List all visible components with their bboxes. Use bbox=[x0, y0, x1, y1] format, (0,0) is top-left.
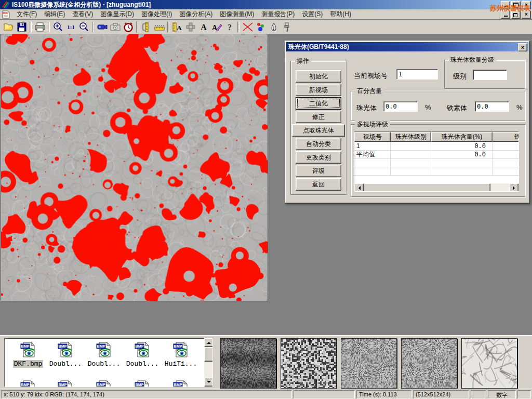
merge-grid-icon[interactable] bbox=[184, 21, 197, 33]
svg-text:?: ? bbox=[228, 23, 232, 32]
child-close-button[interactable]: × bbox=[522, 10, 531, 19]
scroll-track[interactable] bbox=[204, 362, 212, 378]
video-camera-icon[interactable] bbox=[96, 21, 109, 33]
table-header-field[interactable]: 视场号 bbox=[354, 132, 391, 142]
metallograph-image[interactable] bbox=[1, 34, 268, 301]
menu-item-help[interactable]: 帮助(H) bbox=[326, 9, 355, 20]
snapshot-camera-icon[interactable] bbox=[109, 21, 122, 33]
pick-pearlite-button[interactable]: 点取珠光体 bbox=[292, 124, 345, 137]
binarize-button[interactable]: 二值化 bbox=[296, 97, 341, 110]
table-row[interactable]: 平均值 0.0 bbox=[354, 150, 519, 159]
change-class-button[interactable]: 更改类别 bbox=[296, 151, 341, 164]
file-list-v-scrollbar[interactable] bbox=[204, 338, 212, 387]
thumbnail-4[interactable] bbox=[401, 338, 457, 389]
brush-tool-icon[interactable] bbox=[280, 21, 293, 33]
auto-classify-button[interactable]: 自动分类 bbox=[296, 138, 341, 150]
file-item[interactable]: BMP Doubl... bbox=[124, 341, 161, 368]
file-item-partial[interactable]: BMP bbox=[47, 380, 84, 387]
thumbnail-3[interactable] bbox=[341, 338, 397, 389]
particle-colors-icon[interactable] bbox=[254, 21, 267, 33]
minimize-button[interactable] bbox=[501, 1, 510, 9]
file-item[interactable]: BMP Doubl... bbox=[47, 341, 84, 368]
dialog-close-button[interactable]: × bbox=[518, 43, 527, 51]
scroll-down-arrow[interactable] bbox=[204, 378, 213, 387]
child-minimize-button[interactable] bbox=[501, 10, 510, 19]
initialize-button[interactable]: 初始化 bbox=[296, 70, 341, 83]
file-label[interactable]: HuiTi... bbox=[164, 360, 198, 368]
scroll-left-arrow[interactable] bbox=[354, 183, 364, 192]
menu-item-image-measure[interactable]: 图像测量(M) bbox=[216, 9, 258, 20]
actual-size-icon[interactable]: 1:1 bbox=[64, 21, 77, 33]
table-row[interactable]: 1 0.0 bbox=[354, 142, 519, 151]
menu-item-view[interactable]: 查看(V) bbox=[69, 9, 97, 20]
ruler-horizontal-icon[interactable] bbox=[153, 21, 166, 33]
file-item-partial[interactable]: BMP bbox=[86, 380, 122, 387]
help-icon[interactable]: ? bbox=[223, 21, 236, 33]
rate-button[interactable]: 评级 bbox=[296, 165, 341, 177]
pearlite-input[interactable] bbox=[383, 101, 418, 112]
menu-item-report[interactable]: 测量报告(P) bbox=[258, 9, 298, 20]
svg-text:BMP: BMP bbox=[174, 382, 182, 387]
scroll-thumb[interactable] bbox=[364, 183, 490, 192]
child-close-icon: × bbox=[525, 12, 528, 17]
bmp-file-icon: BMP bbox=[172, 341, 189, 358]
table-header-grade[interactable]: 珠光体级别 bbox=[391, 132, 431, 142]
table-cell-field: 1 bbox=[354, 142, 391, 150]
scroll-up-arrow[interactable] bbox=[204, 338, 213, 347]
file-label-selected[interactable]: DKF.bmp bbox=[13, 360, 44, 368]
table-header-ferrite[interactable]: 铁素体 bbox=[493, 132, 519, 142]
menu-item-edit[interactable]: 编辑(E) bbox=[41, 9, 69, 20]
rating-table[interactable]: 视场号 珠光体级别 珠光体含量(%) 铁素体 1 0.0 平均值 0.0 bbox=[354, 131, 519, 192]
zoom-out-icon[interactable] bbox=[77, 21, 90, 33]
child-restore-button[interactable] bbox=[511, 10, 521, 19]
file-item[interactable]: BMP HuiTi... bbox=[163, 341, 199, 368]
thumbnail-2[interactable] bbox=[281, 338, 337, 389]
file-label[interactable]: Doubl... bbox=[48, 360, 83, 368]
timer-clock-icon[interactable] bbox=[122, 21, 135, 33]
pen-tool-icon[interactable] bbox=[267, 21, 280, 33]
open-icon[interactable] bbox=[2, 21, 15, 33]
table-header-row: 视场号 珠光体级别 珠光体含量(%) 铁素体 bbox=[354, 132, 519, 142]
menu-item-file[interactable]: 文件(F) bbox=[13, 9, 41, 20]
scroll-track[interactable] bbox=[490, 183, 509, 191]
file-item-partial[interactable]: BMP bbox=[10, 380, 46, 387]
table-cell-ferrite bbox=[493, 150, 519, 158]
menu-item-image-display[interactable]: 图像显示(D) bbox=[97, 9, 138, 20]
bmp-file-icon: BMP bbox=[96, 380, 112, 387]
table-h-scrollbar[interactable] bbox=[354, 183, 518, 191]
table-header-pearlite[interactable]: 珠光体含量(%) bbox=[431, 132, 493, 142]
text-label-icon[interactable]: A bbox=[197, 21, 210, 33]
dialog-title-bar[interactable]: 珠光体(GB/T9441-88) × bbox=[286, 42, 528, 51]
scroll-thumb[interactable] bbox=[204, 347, 213, 362]
dialog-title: 珠光体(GB/T9441-88) bbox=[288, 43, 349, 51]
file-list[interactable]: BMP DKF.bmp BMP Doubl... BMP bbox=[4, 338, 213, 387]
return-button[interactable]: 返回 bbox=[296, 178, 341, 191]
file-label[interactable]: Doubl... bbox=[87, 360, 121, 368]
file-item-partial[interactable]: BMP bbox=[163, 380, 199, 387]
ferrite-input[interactable] bbox=[475, 101, 509, 112]
scroll-right-arrow[interactable] bbox=[509, 183, 518, 192]
grade-input[interactable] bbox=[473, 70, 507, 80]
thumbnail-5[interactable] bbox=[461, 338, 517, 389]
file-item-partial[interactable]: BMP bbox=[124, 380, 161, 387]
menu-item-image-analysis[interactable]: 图像分析(A) bbox=[176, 9, 216, 20]
menu-item-settings[interactable]: 设置(S) bbox=[298, 9, 326, 20]
menu-item-image-process[interactable]: 图像处理(I) bbox=[138, 9, 176, 20]
save-icon[interactable] bbox=[15, 21, 28, 33]
curve-tool-icon[interactable] bbox=[241, 21, 254, 33]
caliper-vertical-icon[interactable] bbox=[140, 21, 153, 33]
current-field-input[interactable] bbox=[396, 69, 438, 79]
file-item[interactable]: BMP DKF.bmp bbox=[10, 341, 46, 368]
maximize-button[interactable] bbox=[511, 1, 521, 9]
new-field-button[interactable]: 新视场 bbox=[296, 84, 341, 96]
correct-button[interactable]: 修正 bbox=[296, 111, 341, 123]
svg-text:BMP: BMP bbox=[136, 344, 144, 349]
file-item[interactable]: BMP Doubl... bbox=[86, 341, 122, 368]
measure-text-icon[interactable]: A bbox=[171, 21, 184, 33]
thumbnail-1[interactable] bbox=[220, 338, 276, 389]
zoom-in-icon[interactable] bbox=[51, 21, 64, 33]
print-icon[interactable] bbox=[33, 21, 46, 33]
file-label[interactable]: Doubl... bbox=[125, 360, 159, 368]
close-button[interactable]: × bbox=[522, 1, 531, 9]
edit-text-icon[interactable]: A bbox=[210, 21, 223, 33]
